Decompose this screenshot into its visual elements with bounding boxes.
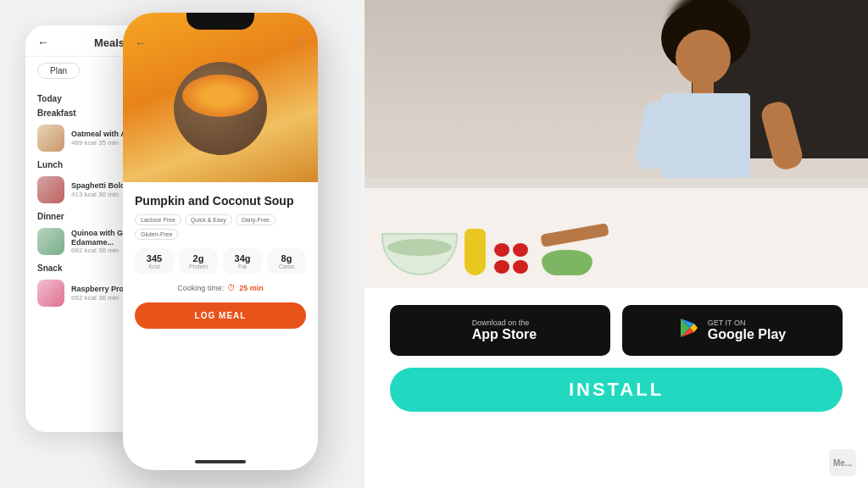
google-play-icon: [679, 318, 699, 343]
google-play-large-text: Google Play: [708, 327, 786, 342]
cooking-time-value: 25 min: [239, 284, 264, 292]
tomato: [513, 260, 528, 274]
soup-bowl-image: [174, 62, 267, 155]
home-indicator: [195, 460, 246, 463]
recipe-back-icon[interactable]: ←: [135, 36, 146, 49]
tomatoes: [492, 241, 535, 275]
fat-value: 34g: [226, 253, 259, 263]
plan-tab[interactable]: Plan: [37, 63, 80, 79]
recipe-tags: Lactose Free Quick & Easy Dairy-Free Glu…: [135, 214, 306, 240]
google-play-button[interactable]: GET IT ON Google Play: [622, 305, 843, 356]
meal-thumbnail: [37, 176, 64, 203]
kitchen-counter: [364, 178, 868, 288]
app-store-text: Download on the App Store: [472, 319, 537, 342]
meal-thumbnail: [37, 125, 64, 152]
carbs-value: 8g: [270, 253, 303, 263]
nutrition-fat: 34g Fat: [223, 248, 262, 274]
cooking-label: Cooking time:: [177, 284, 224, 292]
tomato: [494, 243, 509, 257]
bottom-section: Download on the App Store GET IT ON Goo: [364, 288, 868, 488]
store-buttons: Download on the App Store GET IT ON Goo: [390, 305, 843, 356]
cooking-scene: [364, 0, 868, 288]
meals-title: Meals: [94, 36, 125, 49]
food-items: [381, 229, 851, 275]
tag-gluten-free: Gluten-Free: [135, 229, 178, 240]
greens: [542, 250, 593, 275]
left-panel: ← Meals i Plan Today Breakfast Oatmeal w…: [0, 0, 364, 488]
tag-quick-easy: Quick & Easy: [185, 214, 232, 225]
meal-thumbnail: [37, 280, 64, 307]
app-store-large-text: App Store: [472, 327, 537, 342]
counter-edge: [364, 178, 868, 188]
google-play-text: GET IT ON Google Play: [708, 319, 786, 342]
tag-dairy-free: Dairy-Free: [236, 214, 275, 225]
recipe-title: Pumpkin and Coconut Soup: [135, 194, 306, 208]
foreground-phone: ← ♡ Pumpkin and Coconut Soup Lactose Fre…: [123, 13, 318, 470]
app-store-small-text: Download on the: [472, 319, 537, 327]
tomato: [494, 260, 509, 274]
google-play-small-text: GET IT ON: [708, 319, 786, 327]
kcal-value: 345: [138, 253, 170, 263]
meal-thumbnail: [37, 228, 64, 255]
cooking-photo: [364, 0, 868, 288]
tag-lactose-free: Lactose Free: [135, 214, 181, 225]
clock-icon: ⏱: [227, 283, 236, 292]
right-panel: Download on the App Store GET IT ON Goo: [364, 0, 868, 488]
protein-label: Protein: [182, 263, 214, 269]
app-store-button[interactable]: Download on the App Store: [390, 305, 610, 356]
nutrition-kcal: 345 Kcal: [135, 248, 174, 274]
nutrition-carbs: 8g Carbs: [267, 248, 306, 274]
yellow-pepper: [465, 229, 486, 275]
install-button[interactable]: INSTALL: [390, 368, 843, 412]
kcal-label: Kcal: [138, 263, 170, 269]
recipe-image: ← ♡: [123, 13, 318, 182]
person-face: [676, 30, 731, 85]
log-meal-button[interactable]: LOG MEAL: [135, 302, 306, 329]
back-arrow-icon[interactable]: ←: [37, 36, 49, 49]
fat-label: Fat: [226, 263, 259, 269]
salad-bowl: [381, 233, 458, 275]
tomato: [513, 243, 528, 257]
install-label: INSTALL: [569, 379, 664, 401]
me-badge: Me...: [829, 449, 856, 476]
nutrition-row: 345 Kcal 2g Protein 34g Fat 8g Carbs: [135, 248, 306, 274]
nutrition-protein: 2g Protein: [179, 248, 218, 274]
protein-value: 2g: [182, 253, 214, 263]
favorite-icon[interactable]: ♡: [296, 36, 306, 49]
carbs-label: Carbs: [270, 263, 303, 269]
recipe-content: Pumpkin and Coconut Soup Lactose Free Qu…: [123, 182, 318, 337]
cooking-time: Cooking time: ⏱ 25 min: [135, 283, 306, 292]
recipe-nav: ← ♡: [123, 36, 318, 49]
phone-notch: [186, 13, 254, 30]
person-shirt: [661, 93, 750, 178]
